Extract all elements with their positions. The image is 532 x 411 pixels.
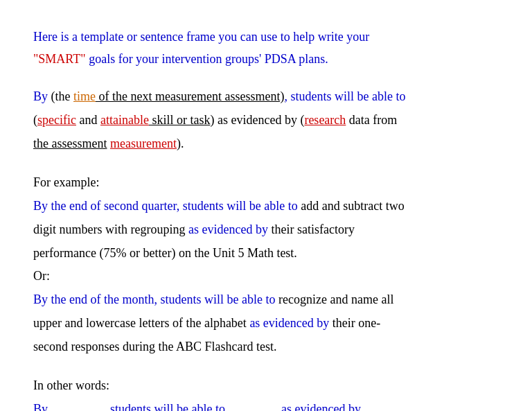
example-section: For example: By the end of second quarte… bbox=[33, 173, 499, 357]
template-end: ). bbox=[177, 137, 184, 150]
intro-line2: "SMART" goals for your intervention grou… bbox=[33, 50, 499, 68]
template-evidenced: as evidenced by ( bbox=[214, 113, 304, 127]
in-other-words-text: In other words: bbox=[33, 378, 109, 392]
template-time-rest: of the next measurement assessment) bbox=[96, 89, 284, 103]
summary-by: By bbox=[33, 402, 48, 411]
template-time-word: time bbox=[73, 89, 96, 103]
example1-line1: By the end of second quarter, students w… bbox=[33, 197, 499, 216]
ex2-by: By bbox=[33, 292, 48, 306]
template-skill: skill or task bbox=[149, 113, 211, 127]
example2-line3: second responses during the ABC Flashcar… bbox=[33, 338, 499, 357]
template-measurement: measurement bbox=[110, 137, 177, 150]
ex2-time: the end of the month, bbox=[48, 292, 157, 306]
ex1-evidenced: as evidenced by bbox=[185, 222, 267, 236]
template-assessment: the assessment bbox=[33, 137, 107, 150]
for-example-label: For example: bbox=[33, 173, 499, 193]
template-line1: By (the time of the next measurement ass… bbox=[33, 87, 499, 107]
template-specific: specific bbox=[37, 113, 76, 127]
ex2-task-part2: upper and lowercase letters of the alpha… bbox=[33, 316, 247, 330]
or-text: Or: bbox=[33, 269, 50, 283]
summary-blank1: ________ bbox=[51, 402, 101, 411]
ex2-result-part1: their one- bbox=[329, 316, 380, 330]
template-attainable: attainable bbox=[100, 113, 149, 127]
example1-line2: digit numbers with regrouping as evidenc… bbox=[33, 220, 499, 240]
template-by: By bbox=[33, 89, 48, 103]
intro-text-line1: Here is a template or sentence frame you… bbox=[33, 30, 369, 44]
template-section: By (the time of the next measurement ass… bbox=[33, 87, 499, 154]
summary-section: In other words: By ________ , students w… bbox=[33, 376, 499, 411]
template-data: data from bbox=[346, 113, 397, 127]
template-paren-open: (the bbox=[51, 89, 73, 103]
ex1-task-part1: add and subtract two bbox=[298, 199, 405, 213]
summary-blank2: ________ bbox=[229, 402, 278, 411]
for-example-text: For example: bbox=[33, 175, 99, 189]
example2-line2: upper and lowercase letters of the alpha… bbox=[33, 314, 499, 333]
template-students: , students will be able to bbox=[284, 89, 405, 103]
template-line3: the assessment measurement). bbox=[33, 134, 499, 154]
example2-line1: By the end of the month, students will b… bbox=[33, 290, 499, 310]
in-other-words-label: In other words: bbox=[33, 376, 499, 396]
ex1-time: the end of second quarter, bbox=[48, 199, 179, 213]
ex2-task-part1: recognize and name all bbox=[275, 292, 393, 306]
ex2-evidenced: as evidenced by bbox=[247, 316, 329, 330]
intro-section: Here is a template or sentence frame you… bbox=[33, 28, 499, 68]
template-research: research bbox=[304, 113, 346, 127]
ex1-result-part1: their satisfactory bbox=[268, 222, 355, 236]
intro-line1: Here is a template or sentence frame you… bbox=[33, 28, 499, 46]
or-label: Or: bbox=[33, 267, 499, 286]
ex2-result-part2: second responses during the ABC Flashcar… bbox=[33, 340, 276, 353]
summary-students-phrase: , students will be able to bbox=[104, 402, 225, 411]
smart-label: "SMART" bbox=[33, 52, 86, 66]
ex1-by: By bbox=[33, 199, 48, 213]
template-line2: (specific and attainable skill or task) … bbox=[33, 111, 499, 130]
summary-line: By ________ , students will be able to _… bbox=[33, 400, 499, 411]
ex1-students: students will be able to bbox=[179, 199, 297, 213]
example1-line3: performance (75% or better) on the Unit … bbox=[33, 244, 499, 263]
summary-period: . bbox=[417, 402, 420, 411]
template-and: and bbox=[76, 113, 100, 127]
summary-blank3: ________ bbox=[364, 402, 414, 411]
summary-evidenced-phrase: as evidenced by bbox=[281, 402, 361, 411]
ex2-students: students will be able to bbox=[157, 292, 275, 306]
intro-text-line2-post: goals for your intervention groups' PDSA… bbox=[86, 52, 328, 66]
ex1-task-part2: digit numbers with regrouping bbox=[33, 222, 185, 236]
ex1-result-part2: performance (75% or better) on the Unit … bbox=[33, 246, 297, 260]
